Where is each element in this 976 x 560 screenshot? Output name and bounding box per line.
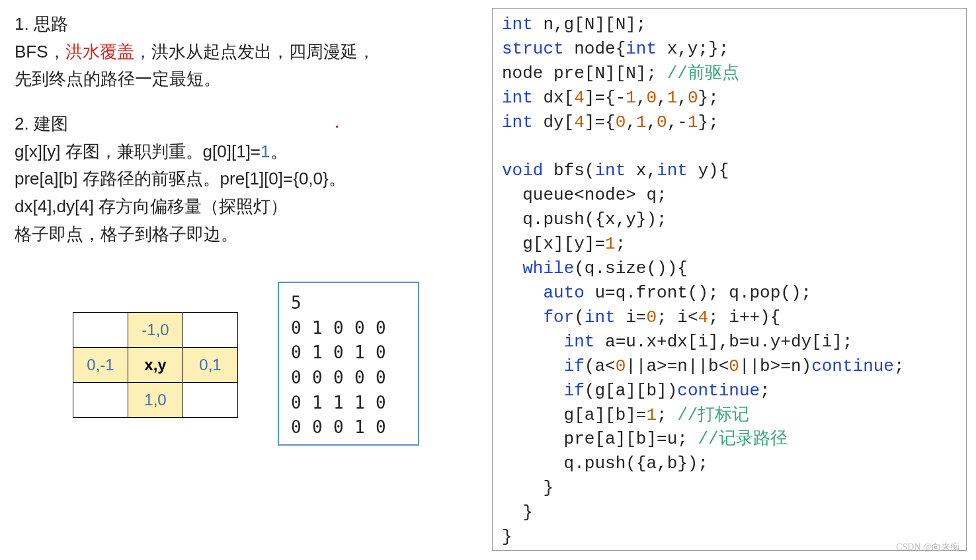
- spacer: [15, 95, 477, 112]
- code-box: int n,g[N][N]; struct node{int x,y;}; no…: [492, 8, 967, 551]
- cell-up: -1,0: [128, 313, 183, 348]
- sample-row: 00010: [291, 415, 406, 440]
- cell-left: 0,-1: [73, 348, 128, 383]
- sample-row: 01000: [291, 316, 406, 341]
- cell-empty: [73, 383, 128, 418]
- p1b-red: 洪水覆盖: [65, 42, 134, 61]
- heading-1: 1. 思路: [15, 12, 477, 37]
- para-5: dx[4],dy[4] 存方向偏移量（探照灯）: [15, 194, 477, 220]
- cell-down: 1,0: [128, 383, 183, 418]
- cell-empty: [183, 383, 238, 418]
- cell-right: 0,1: [183, 348, 238, 383]
- heading-2: 2. 建图: [15, 112, 477, 137]
- p1c: ，洪水从起点发出，四周漫延，: [134, 42, 375, 61]
- cell-center: x,y: [128, 348, 183, 383]
- sample-row: 01010: [291, 340, 406, 366]
- p3c: 。: [270, 141, 288, 161]
- para-4: pre[a][b] 存路径的前驱点。pre[1][0]={0,0}。: [15, 167, 477, 192]
- cell-empty: [183, 313, 238, 348]
- decorative-dot: [336, 126, 338, 128]
- direction-grid: -1,0 0,-1 x,y 0,1 1,0: [73, 312, 238, 418]
- sample-n: 5: [291, 291, 406, 316]
- para-1: BFS，洪水覆盖，洪水从起点发出，四周漫延，: [15, 40, 477, 65]
- p1a: BFS，: [15, 42, 65, 61]
- para-3: g[x][y] 存图，兼职判重。g[0][1]=1。: [15, 140, 477, 165]
- sample-row: 00000: [291, 366, 406, 391]
- cell-empty: [73, 313, 128, 348]
- watermark: CSDN @向来痴_: [896, 541, 964, 553]
- left-column: 1. 思路 BFS，洪水覆盖，洪水从起点发出，四周漫延， 先到终点的路径一定最短…: [15, 12, 477, 250]
- sample-input-box: 5 01000 01010 00000 01110 00010: [278, 282, 419, 446]
- p3a: g[x][y] 存图，兼职判重。g[0][1]=: [15, 141, 261, 161]
- para-6: 格子即点，格子到格子即边。: [15, 222, 477, 247]
- p3b-blue: 1: [261, 141, 270, 161]
- sample-row: 01110: [291, 391, 406, 416]
- para-2: 先到终点的路径一定最短。: [15, 67, 477, 92]
- page: 1. 思路 BFS，洪水覆盖，洪水从起点发出，四周漫延， 先到终点的路径一定最短…: [0, 0, 976, 560]
